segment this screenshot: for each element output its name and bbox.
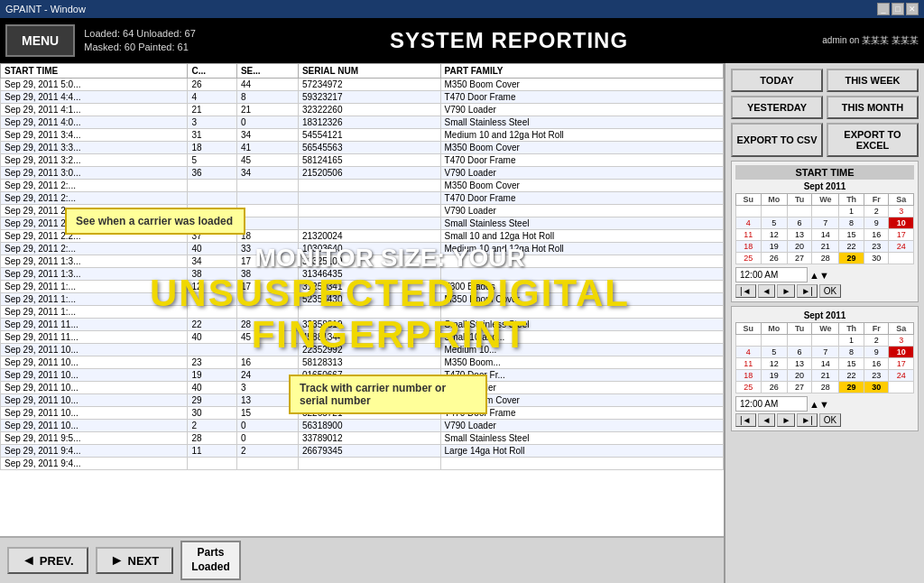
cal-day-cell[interactable]: 18 <box>736 370 762 382</box>
minimize-btn[interactable]: _ <box>877 3 890 15</box>
cal-day-cell[interactable]: 24 <box>889 370 914 382</box>
cal-day-cell[interactable]: 6 <box>787 217 812 229</box>
cal-day-cell[interactable]: 5 <box>761 347 787 358</box>
cal-day-cell[interactable]: 28 <box>812 253 839 264</box>
cal-day-cell[interactable]: 4 <box>736 217 762 229</box>
today-button[interactable]: TODAY <box>731 69 823 92</box>
table-row[interactable]: Sep 29, 2011 5:0...264457234972M350 Boom… <box>1 79 724 91</box>
this-month-button[interactable]: THIS MONTH <box>827 96 919 119</box>
table-row[interactable]: Sep 29, 2011 3:3...184156545563M350 Boom… <box>1 142 724 154</box>
cal-day-cell[interactable]: 14 <box>812 358 839 370</box>
table-row[interactable]: Sep 29, 2011 2:...M350 Boom Cover <box>1 180 724 192</box>
next-button[interactable]: ► NEXT <box>96 547 174 574</box>
cal-day-cell[interactable]: 19 <box>761 370 787 382</box>
cal-day-cell[interactable]: 21 <box>812 241 839 253</box>
table-row[interactable]: Sep 29, 2011 1:3...383831346435 <box>1 268 724 281</box>
cal-day-cell[interactable]: 23 <box>864 370 889 382</box>
window-controls[interactable]: _ □ ✕ <box>877 3 919 15</box>
cal-day-cell[interactable]: 16 <box>864 229 889 241</box>
cal1-grid[interactable]: SuMoTuWeThFrSa 1234567891011121314151617… <box>735 193 914 264</box>
cal-day-cell[interactable]: 29 <box>839 382 864 393</box>
cal-day-cell[interactable]: 29 <box>839 253 864 264</box>
cal-day-cell[interactable]: 18 <box>736 241 762 253</box>
cal-day-cell[interactable]: 3 <box>889 206 914 217</box>
table-row[interactable]: Sep 29, 2011 4:4...4859323217T470 Door F… <box>1 91 724 104</box>
cal-day-cell[interactable]: 17 <box>889 358 914 370</box>
cal1-time-input[interactable] <box>735 267 808 282</box>
cal1-play-btn[interactable]: ► <box>777 284 795 298</box>
cal1-ok-btn[interactable]: OK <box>819 284 841 298</box>
cal-day-cell[interactable]: 5 <box>761 217 787 229</box>
cal-day-cell[interactable]: 13 <box>787 358 812 370</box>
cal-day-cell[interactable]: 30 <box>864 253 889 264</box>
prev-button[interactable]: ◄ PREV. <box>7 547 88 574</box>
cal-day-cell[interactable]: 8 <box>839 217 864 229</box>
menu-button[interactable]: MENU <box>5 24 75 57</box>
cal-day-cell[interactable]: 11 <box>736 358 762 370</box>
table-row[interactable]: Sep 29, 2011 2:...403310303640Medium 10 … <box>1 243 724 255</box>
cal-day-cell[interactable]: 26 <box>761 382 787 393</box>
table-row[interactable]: Sep 29, 2011 1:...121731250341T300 Blade… <box>1 281 724 293</box>
table-row[interactable]: Sep 29, 2011 10...231658128313M350 Boom.… <box>1 356 724 369</box>
col-c[interactable]: C... <box>188 64 236 79</box>
cal-day-cell[interactable]: 24 <box>889 241 914 253</box>
maximize-btn[interactable]: □ <box>892 3 904 15</box>
table-row[interactable]: Sep 29, 2011 11...404545881344Small 10 a… <box>1 331 724 344</box>
cal-day-cell[interactable]: 7 <box>812 217 839 229</box>
cal1-time-spinner[interactable]: ▲▼ <box>809 270 829 281</box>
col-serial[interactable]: SERIAL NUM <box>298 64 440 79</box>
cal-day-cell[interactable]: 12 <box>761 229 787 241</box>
this-week-button[interactable]: THIS WEEK <box>827 69 919 92</box>
cal2-ok-btn[interactable]: OK <box>819 413 841 427</box>
cal-day-cell[interactable]: 10 <box>889 347 914 358</box>
table-row[interactable]: Sep 29, 2011 9:4...11226679345Large 14ga… <box>1 445 724 458</box>
close-window-btn[interactable]: ✕ <box>906 3 919 15</box>
cal-day-cell[interactable]: 25 <box>736 253 762 264</box>
table-row[interactable]: Sep 29, 2011 4:0...3018312326Small Stain… <box>1 116 724 129</box>
col-start-time[interactable]: START TIME <box>1 64 188 79</box>
table-row[interactable]: Sep 29, 2011 10...2056318900V790 Loader <box>1 420 724 432</box>
table-row[interactable]: Sep 29, 2011 11...222833358819Small Stai… <box>1 319 724 331</box>
cal2-first-btn[interactable]: |◄ <box>735 413 756 427</box>
cal-day-cell[interactable]: 15 <box>839 229 864 241</box>
cal-day-cell[interactable]: 9 <box>864 347 889 358</box>
table-row[interactable]: Sep 29, 2011 2:...T470 Door Frame <box>1 192 724 205</box>
cal-day-cell[interactable]: 10 <box>889 217 914 229</box>
cal2-next-btn[interactable]: ►| <box>797 413 818 427</box>
cal-day-cell[interactable]: 3 <box>889 335 914 347</box>
cal2-prev-btn[interactable]: ◄ <box>758 413 776 427</box>
table-row[interactable]: Sep 29, 2011 9:4... <box>1 458 724 470</box>
cal-day-cell[interactable]: 20 <box>787 241 812 253</box>
col-part-family[interactable]: PART FAMILY <box>440 64 723 79</box>
export-excel-button[interactable]: EXPORT TO EXCEL <box>827 123 919 157</box>
cal-day-cell[interactable]: 22 <box>839 241 864 253</box>
cal-day-cell[interactable]: 17 <box>889 229 914 241</box>
cal-day-cell[interactable]: 1 <box>839 206 864 217</box>
cal-day-cell[interactable]: 12 <box>761 358 787 370</box>
cal-day-cell[interactable]: 9 <box>864 217 889 229</box>
cal2-time-spinner[interactable]: ▲▼ <box>809 399 829 410</box>
table-row[interactable]: Sep 29, 2011 1:...52356430M350 Boom Cove… <box>1 293 724 306</box>
cal-day-cell[interactable]: 22 <box>839 370 864 382</box>
cal2-time-input[interactable] <box>735 396 808 412</box>
cal-day-cell[interactable]: 25 <box>736 382 762 393</box>
cal-day-cell[interactable]: 6 <box>787 347 812 358</box>
cal1-first-btn[interactable]: |◄ <box>735 284 756 298</box>
cal1-prev-btn[interactable]: ◄ <box>758 284 776 298</box>
cal-day-cell[interactable]: 8 <box>839 347 864 358</box>
cal-day-cell[interactable]: 27 <box>787 382 812 393</box>
yesterday-button[interactable]: YESTERDAY <box>731 96 823 119</box>
cal-day-cell[interactable]: 20 <box>787 370 812 382</box>
cal-day-cell[interactable]: 23 <box>864 241 889 253</box>
cal2-play-btn[interactable]: ► <box>777 413 795 427</box>
cal-day-cell[interactable]: 15 <box>839 358 864 370</box>
cal-day-cell[interactable]: 21 <box>812 370 839 382</box>
col-se[interactable]: SE... <box>236 64 298 79</box>
cal1-next-btn[interactable]: ►| <box>797 284 818 298</box>
cal-day-cell[interactable]: 28 <box>812 382 839 393</box>
cal-day-cell[interactable]: 13 <box>787 229 812 241</box>
data-table-wrap[interactable]: START TIME C... SE... SERIAL NUM PART FA… <box>0 63 724 536</box>
cal-day-cell[interactable]: 30 <box>864 382 889 393</box>
cal-day-cell[interactable]: 16 <box>864 358 889 370</box>
table-row[interactable]: Sep 29, 2011 1:... <box>1 306 724 319</box>
